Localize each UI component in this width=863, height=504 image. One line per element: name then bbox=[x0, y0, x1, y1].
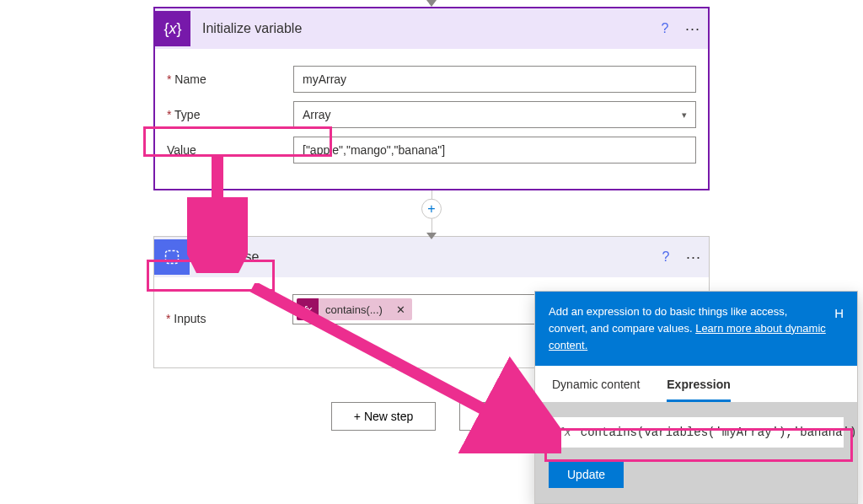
name-label: Name bbox=[167, 72, 293, 86]
new-step-button[interactable]: + New step bbox=[331, 402, 436, 431]
card-header-initvar[interactable]: {x} Initialize variable ? ··· bbox=[155, 8, 708, 49]
fx-icon: fx bbox=[297, 298, 319, 320]
compose-icon bbox=[154, 239, 190, 275]
expression-token[interactable]: fx contains(...) ✕ bbox=[297, 298, 412, 320]
card-title: Compose bbox=[190, 249, 653, 265]
value-input[interactable]: ["apple","mango","banana"] bbox=[293, 137, 696, 164]
tab-expression[interactable]: Expression bbox=[667, 378, 730, 402]
name-input[interactable]: myArray bbox=[293, 66, 696, 93]
add-step-between-button[interactable]: + bbox=[421, 199, 442, 219]
dynamic-content-panel: Add an expression to do basic things lik… bbox=[534, 291, 858, 504]
card-menu-button[interactable]: ··· bbox=[678, 249, 709, 266]
help-icon[interactable]: ? bbox=[652, 21, 678, 36]
card-menu-button[interactable]: ··· bbox=[678, 20, 708, 38]
chevron-down-icon: ▾ bbox=[682, 110, 687, 121]
fx-icon: ƒx bbox=[557, 426, 571, 439]
remove-token-button[interactable]: ✕ bbox=[389, 303, 412, 316]
tab-dynamic-content[interactable]: Dynamic content bbox=[552, 378, 640, 402]
hide-panel-button[interactable]: H bbox=[834, 303, 844, 354]
panel-info-banner: Add an expression to do basic things lik… bbox=[535, 292, 857, 366]
save-button[interactable]: Save bbox=[459, 402, 532, 431]
update-button[interactable]: Update bbox=[549, 461, 624, 488]
inputs-label: Inputs bbox=[166, 312, 292, 325]
variable-icon: {x} bbox=[155, 11, 190, 46]
svg-rect-0 bbox=[166, 251, 179, 264]
type-select[interactable]: Array ▾ bbox=[293, 101, 696, 128]
card-title: Initialize variable bbox=[190, 21, 652, 36]
value-label: Value bbox=[167, 143, 293, 157]
connector: + bbox=[153, 190, 710, 236]
initialize-variable-card: {x} Initialize variable ? ··· Name myArr… bbox=[153, 7, 710, 190]
type-label: Type bbox=[167, 108, 293, 121]
help-icon[interactable]: ? bbox=[653, 249, 678, 265]
card-header-compose[interactable]: Compose ? ··· bbox=[154, 237, 709, 277]
expression-input[interactable]: ƒx contains(variables('myArray'),'banana… bbox=[549, 417, 844, 448]
